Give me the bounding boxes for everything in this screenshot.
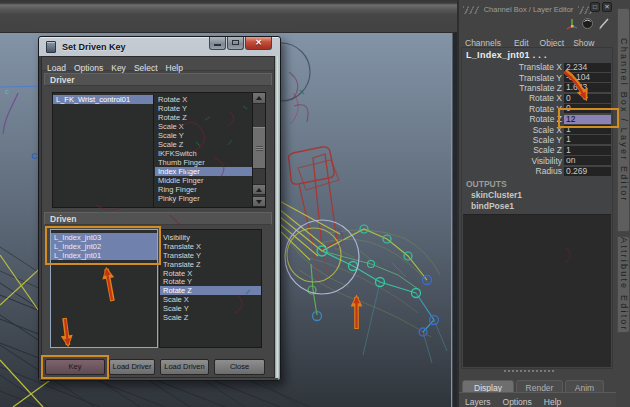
dialog-menu-item[interactable]: Key <box>107 63 130 73</box>
driven-object[interactable]: L_Index_jnt03 <box>51 233 157 242</box>
channel-row-value[interactable]: on <box>564 156 611 165</box>
channel-row-label: Rotate Y <box>462 104 562 114</box>
dialog-button[interactable]: Load Driver <box>109 359 155 375</box>
dialog-menubar: LoadOptionsKeySelectHelp <box>42 57 274 71</box>
driven-attribute[interactable]: Translate Z <box>160 260 261 269</box>
driver-attribute[interactable]: Rotate Y <box>155 104 252 113</box>
driver-attribute[interactable]: Scale Z <box>155 140 252 149</box>
driven-attribute[interactable]: Rotate Z <box>160 286 261 295</box>
driven-attribute[interactable]: Rotate X <box>160 269 261 278</box>
dialog-frame-right <box>275 56 279 379</box>
scroll-up-icon[interactable] <box>253 93 265 104</box>
driven-attribute[interactable]: Rotate Y <box>160 277 261 286</box>
driven-attribute[interactable]: Scale Z <box>160 313 261 322</box>
driven-attribute[interactable]: Visibility <box>160 233 261 242</box>
side-tab-channel-box[interactable]: Channel Box / Layer Editor <box>617 8 630 232</box>
scroll-thumb[interactable] <box>253 127 265 169</box>
scroll-up-icon-bottom[interactable] <box>253 184 265 195</box>
channel-row-label: Translate Y <box>462 73 562 83</box>
panel-toolbar-icons <box>563 17 610 30</box>
dialog-app-icon <box>46 41 56 53</box>
dialog-menu-item[interactable]: Select <box>130 63 162 73</box>
panel-title-row: Channel Box / Layer Editor <box>463 4 594 15</box>
output-node[interactable]: skinCluster1 <box>471 190 522 201</box>
layer-menu-item[interactable]: Options <box>503 396 532 407</box>
output-node[interactable]: bindPose1 <box>471 201 522 212</box>
driven-attribute[interactable]: Scale Y <box>160 304 261 313</box>
splitter-handle[interactable] <box>504 370 554 372</box>
driver-attribute[interactable]: Scale Y <box>155 131 252 140</box>
layer-menu-item[interactable]: Layers <box>465 396 491 407</box>
driver-object[interactable]: L_FK_Wrist_control01 <box>53 95 153 104</box>
driver-attribute[interactable]: Rotate X <box>155 95 252 104</box>
scroll-down-icon[interactable] <box>253 196 265 207</box>
driver-attribute[interactable]: Index Finger <box>155 167 252 176</box>
side-tab-attribute-editor[interactable]: Attribute Editor <box>617 236 630 333</box>
driven-list: L_Index_jnt03L_Index_jnt02L_Index_jnt01 … <box>50 229 262 348</box>
channel-box-panel: Channel Box / Layer Editor □ ✕ ChannelsE… <box>457 0 630 407</box>
channel-row: Rotate Z12 <box>462 114 611 124</box>
minimize-button[interactable] <box>209 37 226 50</box>
channel-row-label: Scale Y <box>462 135 562 145</box>
dialog-frame-bottom <box>41 378 278 380</box>
channel-row-value[interactable]: 0 <box>564 94 611 103</box>
side-tab-channel-box-label: Channel Box / Layer Editor <box>619 38 629 203</box>
panel-restore-icon[interactable]: □ <box>590 2 600 12</box>
render-sphere-icon[interactable] <box>581 17 594 30</box>
panel-close-icon[interactable]: ✕ <box>602 2 612 12</box>
driven-object[interactable]: L_Index_jnt02 <box>51 242 157 251</box>
driver-attribute[interactable]: Pinky Finger <box>155 194 252 203</box>
layer-menu-item[interactable]: Help <box>544 396 561 407</box>
channel-row: Rotate Y0 <box>462 104 611 114</box>
channel-row-value[interactable]: 1 <box>564 146 611 155</box>
channel-row-label: Visibility <box>462 156 562 166</box>
dialog-button[interactable]: Close <box>214 359 265 375</box>
pen-icon[interactable] <box>597 17 610 30</box>
curve-label-c: c <box>5 87 9 96</box>
transform-axis-icon[interactable] <box>566 17 578 30</box>
channel-list: Translate X2.234Translate Y-0.104Transla… <box>462 62 611 176</box>
driver-section-label: Driver <box>50 75 75 85</box>
dialog-title: Set Driven Key <box>62 42 126 52</box>
channel-row-value[interactable]: 1 <box>564 125 611 134</box>
top-toolbar <box>0 0 457 33</box>
driven-objects-column: L_Index_jnt03L_Index_jnt02L_Index_jnt01 <box>50 229 158 348</box>
driver-objects-column: L_FK_Wrist_control01 <box>53 95 154 207</box>
driven-attribute[interactable]: Translate Y <box>160 251 261 260</box>
dialog-button[interactable]: Load Driven <box>160 359 209 375</box>
channel-row-value[interactable]: 1.633 <box>564 83 611 92</box>
driver-scrollbar[interactable] <box>252 93 265 207</box>
dialog-menu-item[interactable]: Help <box>162 63 187 73</box>
driven-attribute[interactable]: Translate X <box>160 242 261 251</box>
driver-attribute[interactable]: Middle Finger <box>155 176 252 185</box>
driven-object[interactable]: L_Index_jnt01 <box>51 251 157 260</box>
channel-row-value[interactable]: 0 <box>564 104 611 113</box>
driver-attribute[interactable]: Rotate Z <box>155 113 252 122</box>
channel-box-menubar: ChannelsEditObjectShow <box>465 32 594 46</box>
dialog-window-buttons: ✕ <box>208 37 272 50</box>
channel-row-label: Rotate Z <box>462 114 562 124</box>
driver-attribute[interactable]: Ring Finger <box>155 185 252 194</box>
close-button[interactable]: ✕ <box>245 37 272 50</box>
channel-row-value[interactable]: -0.104 <box>564 73 611 82</box>
maximize-button[interactable] <box>227 37 244 50</box>
dialog-menu-item[interactable]: Load <box>43 63 70 73</box>
channel-row: Rotate X0 <box>462 93 611 103</box>
dialog-menu-item[interactable]: Options <box>70 63 107 73</box>
channel-row-value[interactable]: 1 <box>564 135 611 144</box>
channel-row: Translate X2.234 <box>462 62 611 72</box>
driven-attributes-column: VisibilityTranslate XTranslate YTranslat… <box>159 229 262 348</box>
driven-attribute[interactable]: Scale X <box>160 295 261 304</box>
channel-row-value[interactable]: 12 <box>564 115 611 124</box>
side-tab-attribute-editor-label: Attribute Editor <box>619 237 629 332</box>
channel-row-value[interactable]: 0.269 <box>564 167 611 176</box>
channel-row: Translate Y-0.104 <box>462 72 611 82</box>
driver-attribute[interactable]: IKFKSwitch <box>155 149 252 158</box>
driver-attribute[interactable]: Thumb Finger <box>155 158 252 167</box>
dialog-buttons-row: KeyLoad DriverLoad DrivenClose <box>45 359 271 377</box>
dialog-button[interactable]: Key <box>45 359 105 375</box>
channel-row: Scale Y1 <box>462 135 611 145</box>
driver-attribute[interactable]: Scale X <box>155 122 252 131</box>
channel-row-value[interactable]: 2.234 <box>564 63 611 72</box>
driver-section-header: Driver <box>44 73 272 86</box>
